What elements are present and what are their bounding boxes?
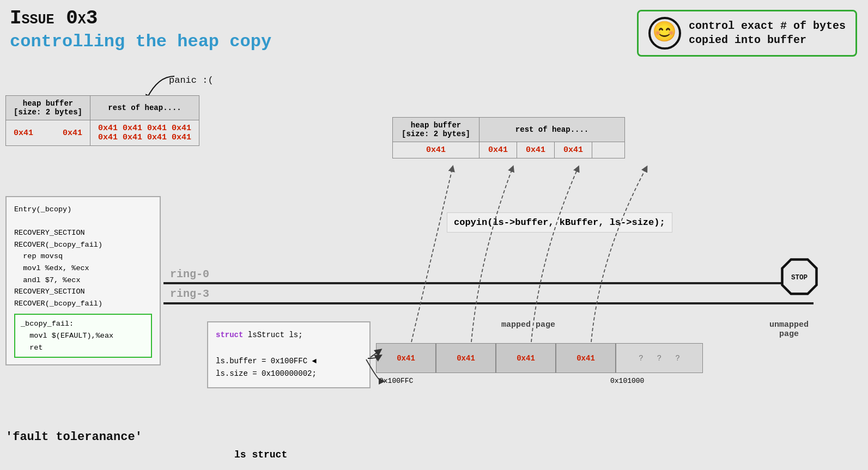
unmapped-page-label: unmappedpage [764, 320, 814, 339]
mem-cell-3: 0x41 [496, 343, 556, 373]
svg-text:STOP: STOP [791, 274, 808, 282]
fault-tolerance-label: 'fault toleranance' [5, 430, 142, 444]
code-green-box: _bcopy_fail: movl $(EFAULT),%eax ret [14, 314, 152, 358]
page: Issue 0x3 controlling the heap copy 😊 co… [0, 0, 868, 470]
ring-3-divider [163, 302, 814, 304]
mem-val4: 0x41 [576, 354, 595, 363]
ls-line2: ls.buffer = 0x100FFC ◄ [216, 355, 362, 368]
tl-overflow-vals: 0x41 0x41 0x41 0x410x41 0x41 0x41 0x41 [90, 120, 199, 146]
happy-box: 😊 control exact # of bytes copied into b… [637, 10, 857, 57]
ring-0-divider [163, 282, 814, 284]
code-line-rec2: RECOVER(_bcopy_fail) [14, 239, 152, 251]
tr-val1: 0x41 [393, 142, 479, 158]
code-movl-efault: movl $(EFAULT),%eax [21, 330, 145, 342]
happy-text: control exact # of bytes copied into buf… [689, 19, 846, 47]
tr-empty [592, 142, 625, 158]
code-box-left: Entry(_bcopy) RECOVERY_SECTION RECOVER(_… [5, 196, 161, 365]
addr-0x101000: 0x101000 [610, 377, 644, 385]
ls-line1: struct lsStruct ls; [216, 329, 362, 342]
tr-col2-header: rest of heap.... [479, 118, 625, 142]
title-subtitle: controlling the heap copy [10, 32, 271, 52]
tl-col2-header: rest of heap.... [90, 96, 199, 120]
code-line-rep: rep movsq [14, 251, 152, 263]
code-line-rec4: RECOVER(_bcopy_fail) [14, 298, 152, 310]
title-issue: Issue 0x3 [10, 8, 98, 29]
mapped-page-label: mapped page [501, 320, 555, 329]
tl-val1: 0x41 [14, 129, 33, 138]
tr-val3: 0x41 [517, 142, 555, 158]
ls-line3: ls.size = 0x100000002; [216, 368, 362, 381]
mem-cell-2: 0x41 [436, 343, 496, 373]
tr-val4: 0x41 [555, 142, 592, 158]
tr-val2: 0x41 [479, 142, 517, 158]
mem-val3: 0x41 [517, 354, 535, 363]
mem-val2: 0x41 [457, 354, 475, 363]
addr-0x100FFC: 0x100FFC [379, 377, 413, 385]
code-line-rec3: RECOVERY_SECTION [14, 286, 152, 298]
code-line-andl: andl $7, %ecx [14, 274, 152, 286]
mem-val1: 0x41 [397, 354, 415, 363]
copyin-label: copyin(ls->buffer, kBuffer, ls->size); [447, 212, 672, 233]
ring-0-label: ring-0 [170, 268, 209, 280]
code-line-rec1: RECOVERY_SECTION [14, 227, 152, 239]
ring-3-label: ring-3 [170, 288, 209, 300]
code-bcopy-fail: _bcopy_fail: [21, 318, 145, 330]
ls-struct-label: ls struct [234, 449, 287, 460]
tl-col1-header: heap buffer[size: 2 bytes] [6, 96, 90, 120]
heap-table-top-left: heap buffer[size: 2 bytes] rest of heap.… [5, 95, 199, 146]
kw-struct: struct [216, 331, 243, 339]
heap-table-top-right: heap buffer[size: 2 bytes] rest of heap.… [392, 117, 625, 158]
code-line-entry: Entry(_bcopy) [14, 204, 152, 216]
mem-cell-unmapped: ? ? ? [616, 343, 703, 373]
happy-face-icon: 😊 [648, 17, 681, 50]
ls-struct-box: struct lsStruct ls; ls.buffer = 0x100FFC… [207, 321, 371, 388]
code-line-movl1: movl %edx, %ecx [14, 263, 152, 274]
tr-col1-header: heap buffer[size: 2 bytes] [393, 118, 479, 142]
stop-sign-icon: STOP [780, 257, 819, 296]
code-ret: ret [21, 342, 145, 354]
mem-diagram: 0x41 0x41 0x41 0x41 ? ? ? [376, 343, 703, 373]
tl-val2: 0x41 [63, 129, 82, 138]
mem-cell-1: 0x41 [376, 343, 436, 373]
mem-cell-4: 0x41 [556, 343, 616, 373]
